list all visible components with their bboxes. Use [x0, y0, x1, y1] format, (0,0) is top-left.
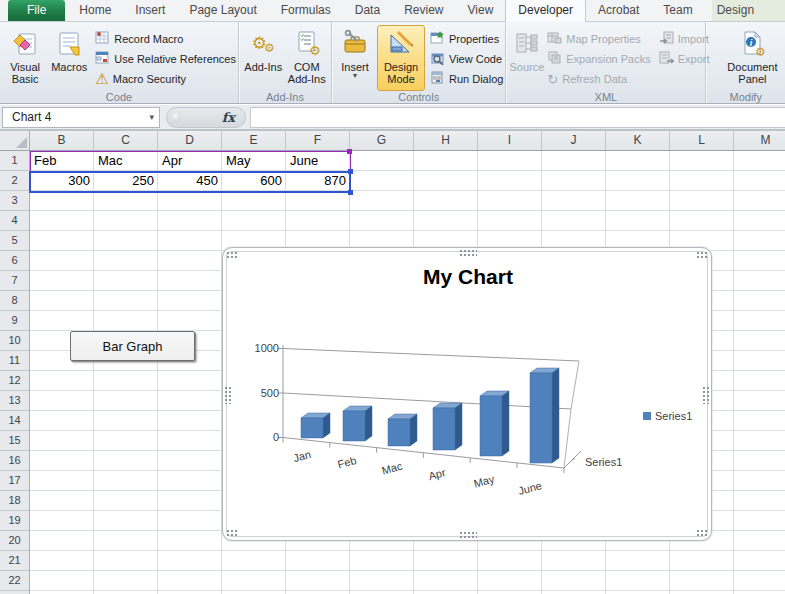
document-panel-button[interactable]: i⚙ Document Panel: [722, 25, 782, 91]
chart-handle-top-left[interactable]: [226, 251, 238, 259]
row-header-22[interactable]: 22: [0, 571, 29, 591]
chart-handle-bottom[interactable]: [459, 531, 477, 539]
row-header-10[interactable]: 10: [0, 331, 29, 351]
column-header-L[interactable]: L: [670, 131, 734, 150]
data-range-handle-bottom[interactable]: [348, 190, 353, 195]
row-header-13[interactable]: 13: [0, 391, 29, 411]
chart-handle-bottom-right[interactable]: [696, 529, 708, 537]
row-header-9[interactable]: 9: [0, 311, 29, 331]
row-header-19[interactable]: 19: [0, 511, 29, 531]
row-header-18[interactable]: 18: [0, 491, 29, 511]
tab-data[interactable]: Data: [343, 0, 392, 21]
column-header-D[interactable]: D: [158, 131, 222, 150]
data-range-handle-top[interactable]: [348, 169, 353, 174]
tab-design[interactable]: Design: [705, 0, 766, 21]
row-header-20[interactable]: 20: [0, 531, 29, 551]
tab-team[interactable]: Team: [651, 0, 704, 21]
row-header-21[interactable]: 21: [0, 551, 29, 571]
record-macro-button[interactable]: Record Macro: [95, 29, 236, 49]
row-header-2[interactable]: 2: [0, 171, 29, 191]
bar-apr[interactable]: [433, 408, 455, 450]
map-properties-button[interactable]: Map Properties: [547, 29, 650, 49]
insert-function-button[interactable]: fx: [222, 110, 235, 125]
column-header-K[interactable]: K: [606, 131, 670, 150]
insert-control-button[interactable]: Insert ▾: [335, 25, 375, 91]
use-relative-references-button[interactable]: Use Relative References: [95, 49, 236, 69]
bar-june[interactable]: [552, 368, 559, 463]
tab-acrobat[interactable]: Acrobat: [586, 0, 651, 21]
run-dialog-button[interactable]: Run Dialog: [430, 69, 503, 89]
properties-button[interactable]: Properties: [430, 29, 503, 49]
macros-button[interactable]: Macros: [47, 25, 91, 91]
row-header-3[interactable]: 3: [0, 191, 29, 211]
cat-label-jan: Jan: [292, 448, 312, 464]
bar-feb[interactable]: [365, 406, 372, 441]
tab-home[interactable]: Home: [67, 0, 123, 21]
row-header-4[interactable]: 4: [0, 211, 29, 231]
formula-input[interactable]: [250, 107, 785, 128]
column-header-E[interactable]: E: [222, 131, 286, 150]
row-header-14[interactable]: 14: [0, 411, 29, 431]
row-header-17[interactable]: 17: [0, 471, 29, 491]
tab-formulas[interactable]: Formulas: [269, 0, 343, 21]
column-header-C[interactable]: C: [94, 131, 158, 150]
bar-may[interactable]: [480, 396, 502, 456]
column-header-I[interactable]: I: [478, 131, 542, 150]
add-ins-button[interactable]: ⚙⚙ Add-Ins: [242, 25, 285, 91]
bar-mac[interactable]: [388, 419, 410, 446]
visual-basic-button[interactable]: Visual Basic: [3, 25, 47, 91]
bar-mac[interactable]: [410, 414, 417, 446]
column-header-J[interactable]: J: [542, 131, 606, 150]
chart-handle-top-right[interactable]: [696, 251, 708, 259]
row-header-7[interactable]: 7: [0, 271, 29, 291]
chart-handle-left[interactable]: [224, 386, 232, 404]
ribbon-tab-bar: File Home Insert Page Layout Formulas Da…: [0, 0, 785, 21]
ribbon-group-modify: i⚙ Document Panel Modify: [706, 22, 785, 103]
row-header-1[interactable]: 1: [0, 151, 29, 171]
chart-handle-bottom-left[interactable]: [226, 529, 238, 537]
chart-handle-top[interactable]: [459, 249, 477, 257]
tab-view[interactable]: View: [456, 0, 506, 21]
bar-june[interactable]: [530, 373, 552, 463]
tab-review[interactable]: Review: [392, 0, 455, 21]
ribbon-developer: Visual Basic Macros Record Macro: [0, 21, 785, 104]
chart-handle-right[interactable]: [702, 386, 710, 404]
name-box[interactable]: Chart 4 ▾: [2, 107, 160, 128]
row-header-15[interactable]: 15: [0, 431, 29, 451]
column-header-F[interactable]: F: [286, 131, 350, 150]
legend-label[interactable]: Series1: [655, 410, 692, 422]
tab-file[interactable]: File: [8, 0, 65, 21]
row-header-16[interactable]: 16: [0, 451, 29, 471]
column-header-G[interactable]: G: [350, 131, 414, 150]
bar-feb[interactable]: [343, 411, 365, 441]
group-label-controls: Controls: [332, 91, 505, 103]
export-button[interactable]: Export: [659, 49, 710, 69]
row-header-12[interactable]: 12: [0, 371, 29, 391]
view-code-button[interactable]: View Code: [430, 49, 503, 69]
design-mode-button[interactable]: Design Mode: [377, 25, 425, 91]
select-all-corner[interactable]: [0, 131, 30, 150]
source-button[interactable]: Source: [509, 25, 544, 91]
name-box-dropdown-icon[interactable]: ▾: [144, 112, 159, 122]
row-header-11[interactable]: 11: [0, 351, 29, 371]
bar-graph-form-button[interactable]: Bar Graph: [70, 331, 195, 361]
row-header-6[interactable]: 6: [0, 251, 29, 271]
bar-jan[interactable]: [301, 418, 323, 438]
column-header-B[interactable]: B: [30, 131, 94, 150]
tab-insert[interactable]: Insert: [123, 0, 177, 21]
column-header-H[interactable]: H: [414, 131, 478, 150]
row-header-5[interactable]: 5: [0, 231, 29, 251]
row-header-8[interactable]: 8: [0, 291, 29, 311]
column-header-M[interactable]: M: [734, 131, 785, 150]
macro-security-button[interactable]: ⚠ Macro Security: [95, 69, 236, 89]
bar-apr[interactable]: [455, 403, 462, 450]
embedded-chart[interactable]: My Chart 1000 500 0 Jan Feb: [222, 247, 712, 541]
refresh-data-button[interactable]: ↻ Refresh Data: [547, 69, 650, 89]
tab-developer[interactable]: Developer: [505, 0, 586, 22]
com-add-ins-button[interactable]: ⚙ COM Add-Ins: [285, 25, 329, 91]
tab-page-layout[interactable]: Page Layout: [177, 0, 268, 21]
bar-may[interactable]: [502, 391, 509, 456]
category-range-handle[interactable]: [347, 149, 352, 154]
expansion-packs-button[interactable]: Expansion Packs: [547, 49, 650, 69]
import-button[interactable]: Import: [659, 29, 710, 49]
